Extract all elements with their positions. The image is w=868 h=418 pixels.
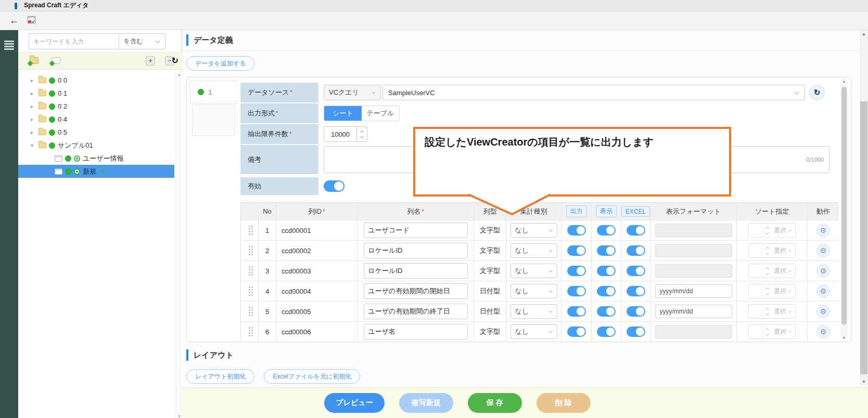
row-toggle[interactable] <box>597 326 616 337</box>
sort-group[interactable]: 選択 <box>748 243 796 258</box>
drag-handle-icon[interactable] <box>249 286 250 288</box>
row-toggle[interactable] <box>567 266 586 276</box>
scroll-down-icon[interactable]: ▼ <box>860 380 868 384</box>
page-scrollbar[interactable]: ▲ ▼ <box>860 30 868 386</box>
row-settings-gear-button[interactable]: ⚙ <box>816 264 830 278</box>
format-input[interactable] <box>655 264 732 278</box>
chevron-collapsed-icon[interactable]: ▸ <box>31 103 36 109</box>
aggregate-select[interactable]: なし <box>510 324 557 339</box>
sort-order-input[interactable] <box>749 264 762 278</box>
row-toggle[interactable] <box>597 225 616 236</box>
sort-group[interactable]: 選択 <box>748 264 796 278</box>
sort-stepper[interactable] <box>762 308 772 315</box>
row-toggle[interactable] <box>627 266 645 276</box>
row-toggle[interactable] <box>627 245 645 256</box>
row-settings-gear-button[interactable]: ⚙ <box>816 284 830 298</box>
header-output-button[interactable]: 出力 <box>566 205 587 217</box>
menu-icon[interactable] <box>4 41 14 50</box>
sort-order-input[interactable] <box>749 284 762 298</box>
refresh-tree-icon[interactable]: ↻ <box>172 56 178 66</box>
sort-group[interactable]: 選択 <box>748 304 796 319</box>
delete-button[interactable]: 削 除 <box>537 393 591 413</box>
sort-group[interactable]: 選択 <box>748 223 796 238</box>
header-display-button[interactable]: 表示 <box>596 205 617 217</box>
sort-group[interactable]: 選択 <box>748 324 796 339</box>
row-settings-gear-button[interactable]: ⚙ <box>816 305 830 318</box>
datasource-combobox[interactable]: SampleUserVC <box>382 85 805 100</box>
expand-all-button[interactable]: + <box>146 56 155 66</box>
scroll-up-icon[interactable]: ▲ <box>840 80 848 83</box>
sort-stepper[interactable] <box>762 288 772 295</box>
col-name-input[interactable] <box>364 324 468 339</box>
chevron-collapsed-icon[interactable]: ▸ <box>31 77 36 83</box>
add-data-button[interactable]: データを追加する <box>186 56 254 71</box>
sidebar-scrollbar[interactable]: ▲ ▼ <box>175 73 182 418</box>
row-settings-gear-button[interactable]: ⚙ <box>816 224 830 237</box>
row-toggle[interactable] <box>597 266 616 276</box>
drag-handle-icon[interactable] <box>249 246 250 247</box>
tree-item[interactable]: ▾サンプル01 <box>18 139 174 152</box>
scrollbar-thumb[interactable] <box>860 101 867 374</box>
sort-stepper[interactable] <box>762 227 772 234</box>
row-settings-gear-button[interactable]: ⚙ <box>816 325 830 338</box>
scrollbar-thumb[interactable] <box>841 87 847 325</box>
header-excel-button[interactable]: EXCEL <box>621 206 650 217</box>
option-sheet[interactable]: シート <box>324 106 362 121</box>
tree-item[interactable]: ▸0 2 <box>18 100 174 113</box>
chevron-expanded-icon[interactable]: ▾ <box>31 142 36 148</box>
row-toggle[interactable] <box>567 225 586 236</box>
scroll-up-icon[interactable]: ▲ <box>176 73 183 76</box>
tree-item[interactable]: 新規✎ <box>18 165 174 178</box>
row-toggle[interactable] <box>597 306 616 317</box>
tree-item[interactable]: ▸0 5 <box>18 126 174 139</box>
row-toggle[interactable] <box>627 286 645 296</box>
row-toggle[interactable] <box>627 326 645 337</box>
sort-order-input[interactable] <box>749 244 762 257</box>
col-name-input[interactable] <box>364 304 468 319</box>
layout-init-from-excel-button[interactable]: Excelファイルを元に初期化 <box>264 369 360 384</box>
preview-button[interactable]: プレビュー <box>324 393 384 413</box>
row-toggle[interactable] <box>597 245 616 256</box>
search-input[interactable] <box>29 33 119 49</box>
option-table[interactable]: テーブル <box>362 106 399 121</box>
col-name-input[interactable] <box>364 263 468 279</box>
datasource-type-select[interactable]: VCクエリ <box>324 85 381 100</box>
aggregate-select[interactable]: なし <box>510 264 557 278</box>
drag-handle-icon[interactable] <box>249 307 250 308</box>
row-toggle[interactable] <box>567 306 586 317</box>
row-settings-gear-button[interactable]: ⚙ <box>816 244 830 257</box>
row-toggle[interactable] <box>627 306 645 317</box>
match-select[interactable]: を含む <box>119 33 165 49</box>
format-input[interactable] <box>655 224 732 237</box>
row-toggle[interactable] <box>567 286 586 296</box>
drag-handle-icon[interactable] <box>249 226 250 227</box>
format-input[interactable] <box>655 325 732 338</box>
tree-item[interactable]: ▸0 1 <box>18 87 174 100</box>
sort-order-input[interactable] <box>749 224 762 237</box>
scroll-up-icon[interactable]: ▲ <box>860 32 868 36</box>
save-button[interactable]: 保 存 <box>468 393 522 413</box>
layout-init-button[interactable]: レイアウト初期化 <box>186 369 254 384</box>
drag-handle-icon[interactable] <box>249 327 250 329</box>
format-input[interactable] <box>655 284 732 298</box>
col-name-input[interactable] <box>364 243 468 258</box>
row-toggle[interactable] <box>597 286 616 296</box>
sort-order-input[interactable] <box>749 305 762 318</box>
add-folder-icon[interactable] <box>30 57 39 64</box>
chevron-collapsed-icon[interactable]: ▸ <box>31 116 36 122</box>
sort-group[interactable]: 選択 <box>748 284 796 298</box>
panel-scrollbar[interactable]: ▲ ▼ <box>840 79 848 341</box>
col-name-input[interactable] <box>364 223 468 238</box>
tree-item[interactable]: ユーザー情報 <box>18 152 174 165</box>
sort-stepper[interactable] <box>762 247 772 254</box>
aggregate-select[interactable]: なし <box>510 243 557 258</box>
aggregate-select[interactable]: なし <box>510 284 557 298</box>
row-toggle[interactable] <box>567 326 586 337</box>
enabled-toggle[interactable] <box>324 180 344 192</box>
limit-input[interactable] <box>324 126 357 142</box>
copy-new-button[interactable]: 複写新規 <box>399 393 453 413</box>
tree-item[interactable]: ▸0 4 <box>18 113 174 126</box>
sort-stepper[interactable] <box>762 268 772 275</box>
row-toggle[interactable] <box>567 245 586 256</box>
refresh-datasource-button[interactable]: ↻ <box>809 85 825 100</box>
